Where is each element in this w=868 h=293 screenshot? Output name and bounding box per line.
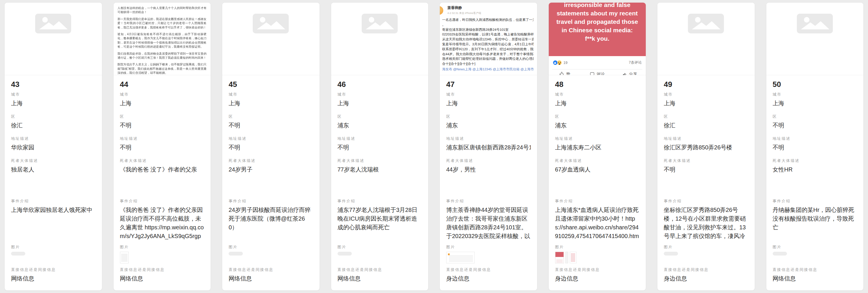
record-card[interactable]: 49 城市 上海 区 徐汇 地址描述 徐汇区罗秀路850弄26号楼 死者大体描述… (657, 2, 755, 291)
field-value-address: 上海浦东寿二小区 (555, 143, 640, 152)
field-label-district: 区 (446, 115, 531, 119)
comment-button-icon (590, 71, 595, 75)
field-value-source: 身边信息 (664, 274, 748, 283)
field-label-address: 地址描述 (446, 137, 531, 141)
cover-text-paragraph: 谁知，4月3日被告知爸爸不得不进行高位截肢，由于下肢动脉硬化，整条腿要截去，我作… (118, 32, 207, 49)
cover-text-screenshot: 人都没有这样的机会，一个病人需要几十个人的同时帮助和关怀才有可能获得一丝的机会！… (114, 3, 211, 75)
record-card[interactable]: 人都没有这样的机会，一个病人需要几十个人的同时帮助和关怀才有可能获得一丝的机会！… (113, 2, 211, 291)
field-value-city: 上海 (664, 99, 748, 108)
field-label-city: 城市 (120, 92, 205, 96)
field-value-city: 上海 (11, 99, 96, 108)
card-body: 43 城市 上海 区 徐汇 地址描述 华欣家园 死者大体描述 独居老人 事件介绍… (5, 75, 102, 290)
weibo-post-text: 哥家住浦东新区唐镇创新西路28弄24号101室 (442, 27, 534, 32)
field-value-district: 徐汇 (11, 121, 96, 129)
field-label-event: 事件介绍 (664, 199, 748, 203)
field-value-district: 徐汇 (664, 121, 748, 129)
field-value-event: 上海浦东*血透病人延误治疗致死且遗体滞留家中约30小时！https://shar… (555, 206, 640, 241)
field-label-deceased: 死者大体描述 (338, 159, 422, 163)
share-button-icon (622, 71, 627, 75)
field-value-district: 浦东 (338, 121, 422, 129)
thumbnail-shotC (570, 252, 577, 263)
image-thumbnail (664, 252, 748, 256)
field-label-image: 图片 (446, 245, 531, 249)
thumbnail-doc (120, 252, 129, 263)
field-value-city: 上海 (555, 99, 640, 108)
card-number: 43 (11, 80, 96, 89)
weibo-post-text: 复是等待领导批示。3月30日因为病情引起心衰，4月1日上午呼吸不畅， (442, 42, 534, 47)
field-value-source: 网络信息 (773, 274, 857, 283)
like-button-icon (559, 71, 564, 75)
facebook-status-background: irresponsible and false statements about… (549, 3, 646, 56)
field-label-event: 事件介绍 (446, 199, 531, 203)
field-value-source: 网络信息 (120, 274, 205, 283)
record-card[interactable]: 茶香禅静4-2 02:31 来自 iPhone客户端一名志愿者，昨日我投入路浦西… (439, 2, 537, 291)
facebook-action-bar: 赞评论分享 (549, 69, 646, 75)
field-label-event: 事件介绍 (11, 199, 96, 203)
field-value-district: 不明 (773, 121, 857, 129)
weibo-post-screenshot: 茶香禅静4-2 02:31 来自 iPhone客户端一名志愿者，昨日我投入路浦西… (440, 3, 537, 72)
field-value-source: 身边信息 (555, 274, 640, 283)
field-value-address: 不明 (228, 143, 313, 152)
card-body: 45 城市 上海 区 不明 地址描述 不明 死者大体描述 24岁男子 事件介绍 … (222, 75, 319, 290)
image-placeholder-icon (35, 14, 71, 33)
weibo-post-text: 。 (442, 22, 534, 27)
thumbnail-shotA (555, 252, 564, 263)
weibo-username: 茶香禅静 (447, 5, 534, 10)
cover-text-paragraph: 医院方也出于人道主义，让妈妈下楼来，但不能穿过隔离线，我们只能“隔线”相望。我们… (118, 62, 207, 75)
like-button[interactable]: 赞 (549, 71, 581, 75)
thumbnail-shotB (565, 252, 568, 263)
field-label-city: 城市 (664, 92, 748, 96)
field-value-district: 不明 (120, 121, 205, 129)
card-cover (331, 3, 429, 75)
record-card[interactable]: 43 城市 上海 区 徐汇 地址描述 华欣家园 死者大体描述 独居老人 事件介绍… (4, 2, 102, 291)
field-value-event: 丹纳赫集团的某Hr，因心脏猝死没有核酸报告耽误治疗，导致死亡 (773, 206, 857, 232)
image-thumbnail (773, 252, 857, 256)
field-value-address: 不明 (773, 143, 857, 152)
image-thumbnail (228, 252, 313, 256)
weibo-avatar (440, 6, 443, 15)
field-label-district: 区 (555, 115, 640, 119)
field-label-address: 地址描述 (664, 137, 748, 141)
card-cover (5, 3, 102, 75)
share-button[interactable]: 分享 (614, 71, 646, 75)
image-thumbnail (120, 252, 205, 263)
field-value-address: 不明 (338, 143, 422, 152)
card-cover: irresponsible and false statements about… (549, 3, 646, 75)
field-label-city: 城市 (11, 92, 96, 96)
card-number: 47 (446, 80, 531, 89)
card-number: 46 (338, 80, 422, 89)
field-label-address: 地址描述 (773, 137, 857, 141)
field-label-source: 直接信息还是间接信息 (446, 268, 531, 272)
field-label-event: 事件介绍 (773, 199, 857, 203)
field-value-city: 上海 (773, 99, 857, 108)
thumbnail-pill (338, 252, 352, 256)
comment-button[interactable]: 评论 (581, 71, 614, 75)
record-card[interactable]: 50 城市 上海 区 不明 地址描述 不明 死者大体描述 女性HR 事件介绍 丹… (766, 2, 864, 291)
weibo-post-text: 0220329去医院采样核酸，以便1号血透，晚上被告知核酸异样，等待转移 (442, 32, 534, 37)
field-label-deceased: 死者大体描述 (555, 159, 640, 163)
action-label: 分享 (629, 72, 637, 75)
field-label-source: 直接信息还是间接信息 (120, 268, 205, 272)
record-card[interactable]: 46 城市 上海 区 浦东 地址描述 不明 死者大体描述 77岁老人沈瑞根 事件… (331, 2, 429, 291)
field-label-image: 图片 (664, 245, 748, 249)
image-thumbnail (338, 252, 422, 256)
field-label-address: 地址描述 (555, 137, 640, 141)
field-label-district: 区 (664, 115, 748, 119)
field-label-image: 图片 (773, 245, 857, 249)
image-thumbnail (555, 252, 640, 263)
field-value-district: 浦东 (555, 121, 640, 129)
card-cover (766, 3, 864, 75)
record-card[interactable]: irresponsible and false statements about… (549, 2, 646, 291)
card-number: 45 (228, 80, 313, 89)
image-placeholder-icon (688, 14, 724, 33)
field-value-deceased: 女性HR (773, 165, 857, 174)
field-value-address: 浦东新区唐镇创新西路28弄24号101室 (446, 143, 531, 152)
field-value-source: 网络信息 (338, 274, 422, 283)
field-value-source: 身边信息 (446, 274, 531, 283)
weibo-timestamp: 4-2 02:31 来自 iPhone客户端 (447, 11, 534, 15)
field-label-deceased: 死者大体描述 (120, 159, 205, 163)
record-card[interactable]: 45 城市 上海 区 不明 地址描述 不明 死者大体描述 24岁男子 事件介绍 … (222, 2, 320, 291)
field-value-source: 网络信息 (11, 274, 96, 283)
gallery-board: 43 城市 上海 区 徐汇 地址描述 华欣家园 死者大体描述 独居老人 事件介绍… (0, 0, 868, 293)
field-label-city: 城市 (773, 92, 857, 96)
